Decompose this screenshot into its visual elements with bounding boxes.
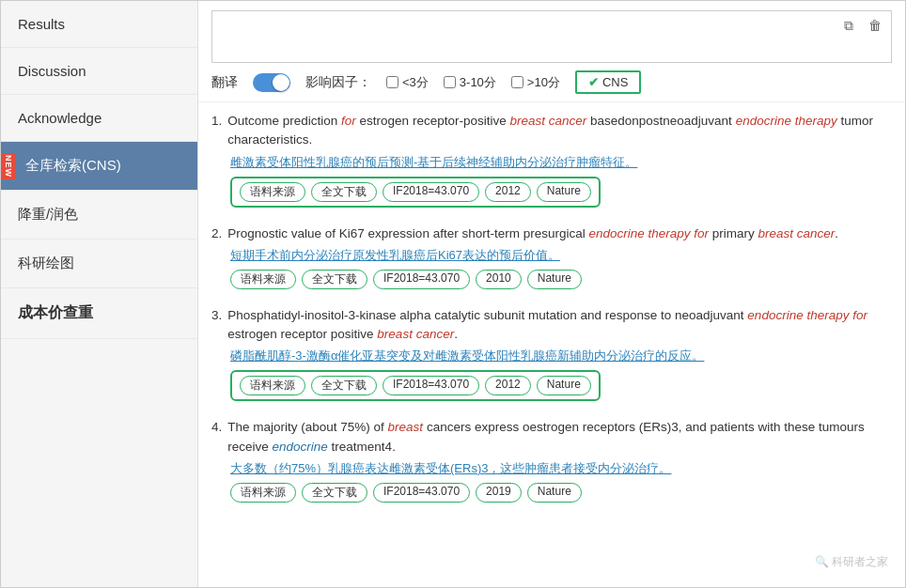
title-italic-red: endocrine therapy for (588, 226, 709, 240)
title-italic-red: for (341, 114, 356, 128)
main-panel: ⧉ 🗑 翻译 影响因子： <3分 3-10分 >10分 (198, 1, 905, 587)
tag[interactable]: 2019 (476, 483, 522, 503)
tag[interactable]: IF2018=43.070 (373, 270, 470, 289)
translate-label: 翻译 (211, 74, 238, 91)
sidebar-item-full-search[interactable]: NEW全库检索(CNS) (1, 142, 197, 191)
tag-row: 语料来源全文下载IF2018=43.0702019Nature (230, 483, 892, 503)
tag[interactable]: 语料来源 (240, 376, 305, 395)
tag-row: 语料来源全文下载IF2018=43.0702010Nature (230, 270, 892, 289)
title-italic-red: endo (736, 114, 764, 128)
sidebar-item-discussion[interactable]: Discussion (1, 48, 197, 95)
result-num: 1. (211, 112, 222, 150)
tag-row-bordered: 语料来源全文下载IF2018=43.0702012Nature (230, 370, 601, 401)
sidebar-item-label: Discussion (18, 63, 86, 79)
result-title-text: Phosphatidyl-inositol-3-kinase alpha cat… (227, 306, 892, 345)
sidebar-item-label: 降重/润色 (18, 206, 78, 222)
title-normal: Prognostic value of Ki67 expression afte… (227, 226, 588, 240)
sidebar-item-label: 全库检索(CNS) (25, 157, 121, 173)
delete-icon[interactable]: 🗑 (865, 15, 885, 36)
result-title-row: 1.Outcome prediction for estrogen recept… (211, 112, 892, 150)
sidebar-item-label: Acknowledge (18, 110, 102, 126)
tag[interactable]: IF2018=43.070 (383, 376, 479, 395)
title-normal: estrogen receptor positive (227, 327, 377, 341)
result-item: 3.Phosphatidyl-inositol-3-kinase alpha c… (211, 306, 892, 402)
title-italic-red: crine therapy (764, 114, 837, 128)
result-title-text: Prognostic value of Ki67 expression afte… (227, 224, 892, 243)
tag[interactable]: 2010 (476, 270, 522, 289)
title-normal: treatment4. (328, 440, 396, 454)
title-normal: estrogen receptor-positive (356, 114, 510, 128)
title-normal: primary (709, 226, 758, 240)
title-normal: cancers express oestrogen receptors (ERs… (423, 420, 770, 434)
results-list: 1.Outcome prediction for estrogen recept… (198, 102, 905, 587)
title-normal: Outcome prediction (227, 114, 341, 128)
tag[interactable]: IF2018=43.070 (373, 483, 470, 503)
tag[interactable]: Nature (527, 270, 582, 289)
tag[interactable]: 全文下载 (302, 270, 367, 289)
title-italic-red: breast cancer (758, 226, 836, 240)
filter-gt10-checkbox[interactable] (511, 76, 523, 88)
result-num: 2. (211, 224, 222, 243)
title-normal: The majority (about 75%) of (227, 420, 387, 434)
title-normal: Phosphatidyl-inositol-3-kinase alpha cat… (227, 308, 747, 322)
filter-bar: 翻译 影响因子： <3分 3-10分 >10分 ✔ CNS (198, 63, 905, 102)
sidebar-item-label: 成本价查重 (18, 304, 93, 320)
filter-lt3[interactable]: <3分 (386, 74, 429, 91)
cns-checkmark: ✔ (588, 75, 599, 89)
filter-3to10-checkbox[interactable] (444, 76, 456, 88)
sidebar-item-results[interactable]: Results (1, 1, 197, 48)
result-title-row: 2.Prognostic value of Ki67 expression af… (211, 224, 892, 243)
title-italic-red: en (747, 308, 761, 322)
tag[interactable]: Nature (537, 182, 591, 202)
tag[interactable]: 语料来源 (240, 182, 305, 202)
impact-label: 影响因子： (305, 74, 371, 91)
result-item: 4.The majority (about 75%) of breast can… (211, 418, 892, 503)
search-box: ⧉ 🗑 (211, 10, 892, 63)
title-normal: basedonpostneoadjuvant (586, 114, 735, 128)
tag-row-bordered: 语料来源全文下载IF2018=43.0702012Nature (230, 177, 601, 208)
title-italic-red: breast cancer (509, 114, 586, 128)
tag[interactable]: 语料来源 (230, 483, 296, 503)
tag[interactable]: 语料来源 (230, 270, 296, 289)
sidebar-item-research-chart[interactable]: 科研绘图 (1, 240, 197, 288)
result-translated[interactable]: 大多数（约75%）乳腺癌表达雌激素受体(ERs)3，这些肿瘤患者接受内分泌治疗。 (230, 460, 892, 477)
tag[interactable]: IF2018=43.070 (383, 182, 479, 202)
toggle-knob (273, 74, 289, 91)
tag[interactable]: Nature (527, 483, 582, 503)
filter-3to10[interactable]: 3-10分 (444, 74, 496, 91)
title-italic-blue: endocrine (273, 440, 328, 454)
tag[interactable]: Nature (537, 376, 591, 395)
result-title-text: The majority (about 75%) of breast cance… (227, 418, 892, 456)
result-num: 4. (211, 418, 222, 456)
result-title-text: Outcome prediction for estrogen receptor… (227, 112, 892, 150)
tag[interactable]: 2012 (485, 182, 531, 202)
result-translated[interactable]: 磷脂酰肌醇-3-激酶α催化亚基突变及对雌激素受体阳性乳腺癌新辅助内分泌治疗的反应… (230, 348, 892, 364)
copy-icon[interactable]: ⧉ (838, 15, 859, 36)
tag[interactable]: 全文下载 (311, 376, 377, 395)
result-num: 3. (211, 306, 222, 345)
result-translated[interactable]: 雌激素受体阳性乳腺癌的预后预测-基于后续神经辅助内分泌治疗肿瘤特征。 (230, 154, 892, 171)
sidebar-item-label: Results (18, 16, 65, 32)
cns-button[interactable]: ✔ CNS (575, 70, 641, 94)
result-item: 1.Outcome prediction for estrogen recept… (211, 112, 892, 208)
sidebar-item-acknowledge[interactable]: Acknowledge (1, 95, 197, 142)
translate-toggle[interactable] (253, 73, 290, 92)
title-italic-red: for (852, 308, 867, 322)
tag[interactable]: 全文下载 (302, 483, 367, 503)
result-item: 2.Prognostic value of Ki67 expression af… (211, 224, 892, 289)
tag[interactable]: 2012 (485, 376, 531, 395)
sidebar: ResultsDiscussionAcknowledgeNEW全库检索(CNS)… (1, 1, 198, 587)
new-badge: NEW (1, 153, 16, 179)
sidebar-item-image-color[interactable]: 降重/润色 (1, 191, 197, 240)
title-italic-red: breast (388, 420, 424, 434)
tag[interactable]: 全文下载 (311, 182, 377, 202)
title-italic-red: docrine therapy (761, 308, 852, 322)
result-title-row: 3.Phosphatidyl-inositol-3-kinase alpha c… (211, 306, 892, 345)
filter-lt3-checkbox[interactable] (386, 76, 398, 88)
title-normal: . (835, 226, 838, 240)
filter-gt10[interactable]: >10分 (511, 74, 560, 91)
sidebar-item-cost-check[interactable]: 成本价查重 (1, 288, 197, 339)
sidebar-item-label: 科研绘图 (18, 255, 74, 271)
result-translated[interactable]: 短期手术前内分泌治疗原发性乳腺癌后Ki67表达的预后价值。 (230, 247, 892, 264)
title-normal: . (454, 327, 458, 341)
